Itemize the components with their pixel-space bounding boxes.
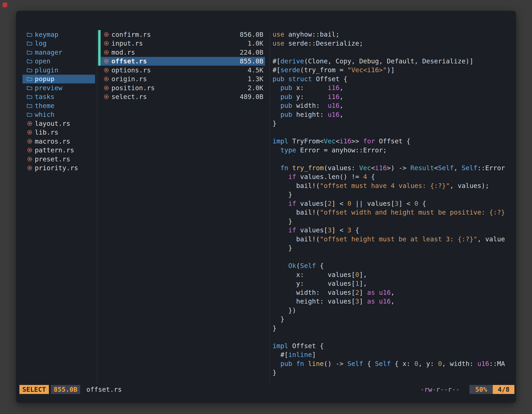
rust-file-icon (103, 49, 109, 55)
code-line: impl Offset { (273, 342, 514, 351)
folder-icon (27, 94, 33, 99)
pane-divider-right (269, 30, 270, 384)
file-row-confirm-rs[interactable]: confirm.rs 856.0B (101, 30, 265, 39)
file-row-mod-rs[interactable]: mod.rs 224.0B (101, 48, 265, 57)
terminal-window: keymap log manager open (16, 11, 516, 403)
sidebar-item-which[interactable]: which (22, 110, 95, 119)
rust-file-icon (103, 58, 109, 64)
code-line: pub y: i16, (273, 92, 514, 101)
sidebar-item-label: keymap (35, 31, 58, 39)
rust-file-icon (27, 138, 33, 144)
status-filename: offset.rs (86, 385, 122, 393)
folder-icon (27, 58, 33, 64)
sidebar-item-label: which (35, 111, 54, 118)
file-name: origin.rs (111, 75, 147, 83)
sidebar-item-theme[interactable]: theme (22, 101, 95, 110)
code-line: x: values[0], (273, 270, 514, 279)
status-bar-right: -rw-r--r-- 50% 4/8 (420, 385, 514, 394)
code-line (273, 155, 514, 164)
code-line: pub fn line() -> Self { Self { x: 0, y: … (273, 359, 514, 368)
sidebar-item-log[interactable]: log (22, 39, 95, 48)
file-size: 4.5K (247, 66, 263, 74)
code-line: width: values[2] as u16, (273, 288, 514, 297)
sidebar-item-label: preset.rs (35, 155, 70, 163)
code-line: Ok(Self { (273, 261, 514, 270)
sidebar-item-lib-rs[interactable]: lib.rs (22, 128, 95, 137)
code-line: #[serde(try_from = "Vec<i16>")] (273, 66, 514, 75)
code-line: pub struct Offset { (273, 75, 514, 84)
code-line: pub x: i16, (273, 83, 514, 92)
code-line: } (273, 324, 514, 333)
sidebar-item-macros-rs[interactable]: macros.rs (22, 137, 95, 146)
rust-file-icon (103, 40, 109, 46)
file-size-badge: 855.0B (51, 385, 80, 394)
rust-file-icon (27, 129, 33, 135)
file-size: 224.0B (240, 48, 263, 56)
file-name: offset.rs (111, 57, 147, 65)
file-size: 855.0B (240, 57, 263, 65)
rust-file-icon (103, 94, 109, 100)
folder-icon (27, 103, 33, 108)
sidebar-item-tasks[interactable]: tasks (22, 92, 95, 101)
rust-file-icon (103, 67, 109, 73)
code-line: bail!("offset width and height must be p… (273, 208, 514, 217)
code-line (273, 48, 514, 57)
sidebar-item-label: tasks (35, 93, 54, 101)
sidebar-item-priority-rs[interactable]: priority.rs (22, 164, 95, 173)
file-row-select-rs[interactable]: select.rs 489.0B (101, 92, 265, 101)
file-name: confirm.rs (111, 31, 151, 39)
code-line: bail!("offset height must be at least 3:… (273, 235, 514, 244)
file-size: 489.0B (240, 93, 263, 101)
rust-file-icon (103, 76, 109, 82)
folder-icon (27, 112, 33, 117)
sidebar-item-label: open (35, 57, 50, 65)
code-line: }) (273, 306, 514, 315)
file-name: input.rs (111, 39, 143, 47)
file-row-input-rs[interactable]: input.rs 1.0K (101, 39, 265, 48)
code-line: #[derive(Clone, Copy, Debug, Default, De… (273, 57, 514, 66)
sidebar-item-preset-rs[interactable]: preset.rs (22, 155, 95, 164)
code-line: type Error = anyhow::Error; (273, 146, 514, 155)
rust-file-icon (27, 121, 33, 126)
folder-icon (27, 41, 33, 46)
sidebar-item-manager[interactable]: manager (22, 48, 95, 57)
code-line (273, 128, 514, 137)
folder-icon (27, 76, 33, 82)
file-row-options-rs[interactable]: options.rs 4.5K (101, 66, 265, 75)
code-line: } (273, 315, 514, 324)
sidebar-item-pattern-rs[interactable]: pattern.rs (22, 146, 95, 155)
sidebar-item-layout-rs[interactable]: layout.rs (22, 119, 95, 128)
sidebar-item-preview[interactable]: preview (22, 83, 95, 92)
pane-divider-left (97, 30, 97, 384)
sidebar-item-plugin[interactable]: plugin (22, 66, 95, 75)
sidebar-item-popup[interactable]: popup (22, 75, 95, 84)
sidebar-item-label: macros.rs (35, 137, 70, 145)
recording-indicator-dot (3, 3, 7, 7)
folder-icon (27, 50, 33, 55)
code-line: } (273, 368, 514, 377)
selected-files-marker-bar (98, 30, 101, 66)
sidebar-item-label: popup (35, 75, 54, 83)
code-line: } (273, 190, 514, 199)
code-line: if values.len() != 4 { (273, 173, 514, 182)
sidebar-item-label: pattern.rs (35, 146, 74, 154)
code-line: if values[3] < 3 { (273, 226, 514, 235)
file-name: mod.rs (111, 48, 135, 56)
code-line: if values[2] < 0 || values[3] < 0 { (273, 199, 514, 208)
sidebar-item-label: theme (35, 102, 54, 110)
status-bar: SELECT 855.0B offset.rs -rw-r--r-- 50% 4… (19, 385, 514, 394)
status-bar-left: SELECT 855.0B offset.rs (19, 385, 122, 394)
sidebar-item-keymap[interactable]: keymap (22, 30, 95, 39)
sidebar-item-open[interactable]: open (22, 57, 95, 66)
file-row-offset-rs[interactable]: offset.rs 855.0B (101, 57, 265, 66)
file-permissions: -rw-r--r-- (420, 385, 460, 393)
rust-file-icon (27, 147, 33, 153)
code-line: use serde::Deserialize; (273, 39, 514, 48)
file-size: 2.0K (247, 84, 263, 92)
file-row-position-rs[interactable]: position.rs 2.0K (101, 83, 265, 92)
rust-file-icon (27, 165, 33, 171)
file-size: 1.0K (247, 39, 263, 47)
file-row-origin-rs[interactable]: origin.rs 1.3K (101, 75, 265, 84)
folder-icon (27, 32, 33, 37)
code-line: impl TryFrom<Vec<i16>> for Offset { (273, 137, 514, 146)
